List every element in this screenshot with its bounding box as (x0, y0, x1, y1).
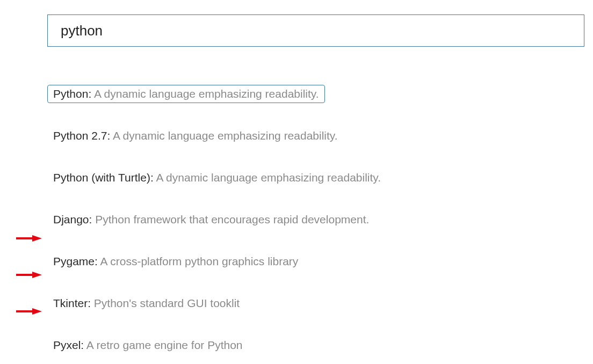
svg-marker-5 (32, 308, 42, 315)
result-name: Pyxel: (53, 339, 84, 351)
search-result-item[interactable]: Tkinter: Python's standard GUI tooklit (47, 294, 245, 312)
search-input[interactable] (47, 14, 584, 47)
result-name: Python: (53, 88, 91, 100)
annotation-arrow-icon (16, 234, 42, 243)
result-description: Python's standard GUI tooklit (91, 297, 240, 309)
search-result-item[interactable]: Python 2.7: A dynamic language emphasizi… (47, 127, 344, 145)
search-results-list: Python: A dynamic language emphasizing r… (47, 85, 584, 364)
result-description: A dynamic language emphasizing readabili… (154, 171, 381, 184)
search-result-item[interactable]: Python: A dynamic language emphasizing r… (47, 85, 325, 103)
svg-marker-3 (32, 272, 42, 278)
search-result-item[interactable]: Django: Python framework that encourages… (47, 210, 375, 229)
result-description: A dynamic language emphasizing readabili… (110, 129, 337, 142)
result-name: Python (with Turtle): (53, 171, 154, 184)
result-name: Python 2.7: (53, 129, 110, 142)
result-description: A cross-platform python graphics library (98, 255, 299, 267)
annotation-arrow-icon (16, 271, 42, 279)
result-name: Pygame: (53, 255, 98, 267)
result-description: Python framework that encourages rapid d… (92, 213, 369, 225)
result-name: Tkinter: (53, 297, 91, 309)
search-result-item[interactable]: Python (with Turtle): A dynamic language… (47, 169, 387, 187)
result-description: A dynamic language emphasizing readabili… (91, 88, 319, 100)
svg-marker-1 (32, 235, 42, 242)
search-result-item[interactable]: Pygame: A cross-platform python graphics… (47, 252, 304, 271)
search-result-item[interactable]: Pyxel: A retro game engine for Python (47, 336, 249, 354)
result-description: A retro game engine for Python (84, 339, 242, 351)
annotation-arrow-icon (16, 307, 42, 316)
result-name: Django: (53, 213, 92, 225)
